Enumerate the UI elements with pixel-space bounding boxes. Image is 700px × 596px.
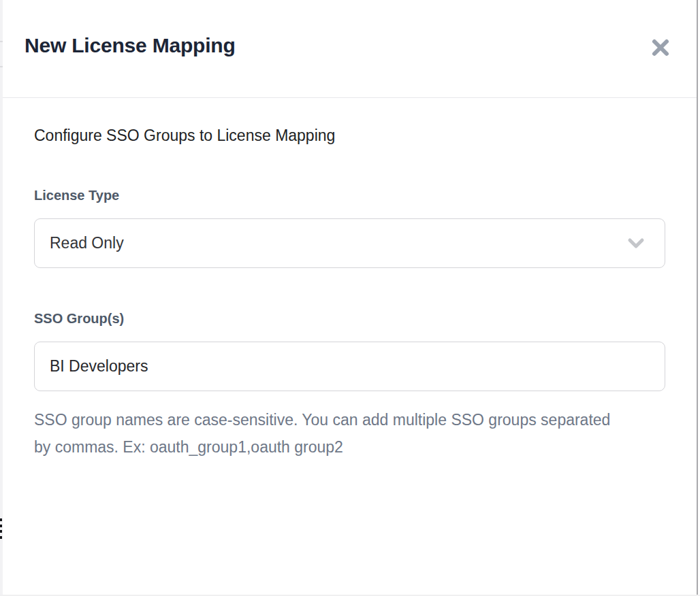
license-type-label: License Type [34,188,668,203]
background-edge-notch [0,41,3,42]
sso-groups-helper-text: SSO group names are case-sensitive. You … [34,406,613,461]
sso-groups-label: SSO Group(s) [34,311,668,327]
license-type-field: License Type Read Only [34,188,668,268]
new-license-mapping-modal: New License Mapping Configure SSO Groups… [3,0,698,596]
chevron-down-icon [626,235,646,254]
modal-body: Configure SSO Groups to License Mapping … [3,98,698,461]
modal-description: Configure SSO Groups to License Mapping [34,127,668,145]
background-page-sliver [0,0,3,596]
license-type-selected-value: Read Only [50,234,124,252]
license-type-select[interactable]: Read Only [34,218,665,268]
modal-title: New License Mapping [25,34,236,57]
background-menu-fragment [0,518,2,539]
background-edge-notch [0,66,3,67]
sso-groups-field: SSO Group(s) SSO group names are case-se… [34,311,668,461]
sso-groups-input[interactable] [34,342,665,391]
modal-header: New License Mapping [3,0,698,98]
modal-right-edge-line [697,0,698,596]
x-close-icon [650,37,671,61]
close-button[interactable] [648,35,673,61]
